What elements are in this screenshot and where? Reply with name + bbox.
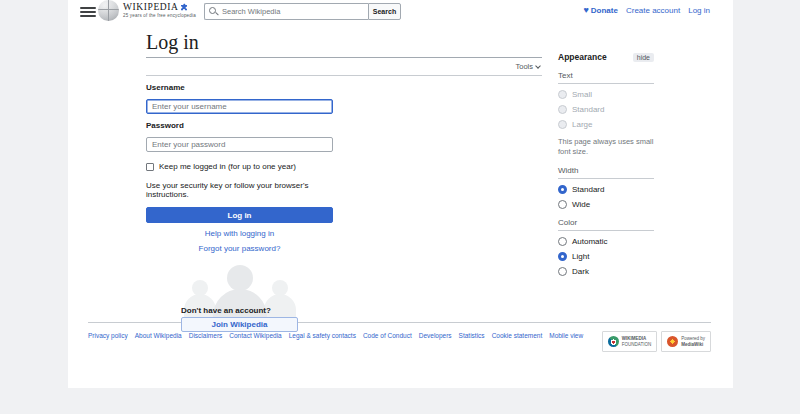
width-section-label: Width <box>558 166 654 179</box>
hamburger-icon <box>80 7 96 9</box>
main-content: Log in Tools Username Password Keep me l… <box>146 31 542 335</box>
header-user-links: ♥ Donate Create account Log in <box>583 6 710 15</box>
password-field[interactable] <box>146 137 333 152</box>
keep-logged-in-label: Keep me logged in (for up to one year) <box>159 162 296 171</box>
color-section-label: Color <box>558 218 654 231</box>
radio-icon <box>558 105 567 114</box>
appearance-hide-button[interactable]: hide <box>633 53 654 62</box>
wikimedia-foundation-badge[interactable]: WIKIMEDIA FOUNDATION <box>602 331 657 352</box>
radio-selected-icon[interactable] <box>558 252 567 261</box>
footer-link-disclaimers[interactable]: Disclaimers <box>189 332 223 339</box>
chevron-down-icon <box>535 63 541 69</box>
tools-label: Tools <box>515 62 533 71</box>
radio-icon <box>558 90 567 99</box>
tools-dropdown[interactable]: Tools <box>146 58 542 76</box>
username-label: Username <box>146 83 333 92</box>
help-logging-in-link[interactable]: Help with logging in <box>146 229 333 238</box>
color-option-dark[interactable]: Dark <box>558 267 654 276</box>
text-option-small: Small <box>558 90 654 99</box>
radio-icon[interactable] <box>558 237 567 246</box>
text-section-note: This page always uses small font size. <box>558 137 654 157</box>
footer-link-code-of-conduct[interactable]: Code of Conduct <box>363 332 412 339</box>
footer-badges: WIKIMEDIA FOUNDATION Powered by MediaWik… <box>602 331 711 352</box>
donate-link[interactable]: ♥ Donate <box>583 6 617 15</box>
join-wikipedia-button[interactable]: Join Wikipedia <box>181 317 298 332</box>
no-account-text: Don't have an account? <box>181 306 271 315</box>
footer-link-about[interactable]: About Wikipedia <box>135 332 182 339</box>
footer-link-contact[interactable]: Contact Wikipedia <box>229 332 281 339</box>
radio-icon[interactable] <box>558 267 567 276</box>
create-account-link[interactable]: Create account <box>626 6 680 15</box>
footer-link-developers[interactable]: Developers <box>419 332 452 339</box>
footer-link-legal[interactable]: Legal & safety contacts <box>289 332 356 339</box>
wikipedia-logo[interactable]: WIKIPEDIA 25 years of the free encyclope… <box>98 0 196 21</box>
text-option-standard: Standard <box>558 105 654 114</box>
powered-by-mediawiki-badge[interactable]: Powered by MediaWiki <box>661 331 711 352</box>
page-card: WIKIPEDIA 25 years of the free encyclope… <box>68 0 733 388</box>
color-option-light[interactable]: Light <box>558 252 654 261</box>
logo-tagline: 25 years of the free encyclopedia <box>123 14 196 19</box>
login-button[interactable]: Log in <box>146 207 333 223</box>
footer-link-statistics[interactable]: Statistics <box>459 332 485 339</box>
wikimedia-logo-icon <box>608 336 619 347</box>
color-option-automatic[interactable]: Automatic <box>558 237 654 246</box>
page-title: Log in <box>146 31 542 58</box>
keep-logged-in-checkbox[interactable] <box>146 163 154 171</box>
login-form: Username Password Keep me logged in (for… <box>146 83 333 335</box>
password-label: Password <box>146 121 333 130</box>
main-menu-button[interactable] <box>80 4 96 19</box>
username-field[interactable] <box>146 99 333 114</box>
footer-link-privacy[interactable]: Privacy policy <box>88 332 128 339</box>
width-option-standard[interactable]: Standard <box>558 185 654 194</box>
text-section-label: Text <box>558 71 654 84</box>
radio-icon[interactable] <box>558 200 567 209</box>
radio-selected-icon[interactable] <box>558 185 567 194</box>
search-bar: Search <box>204 3 401 20</box>
search-icon <box>209 7 218 16</box>
wikipedia-globe-icon <box>98 0 119 21</box>
radio-icon <box>558 120 567 129</box>
appearance-title: Appearance <box>558 52 607 62</box>
appearance-panel: Appearance hide Text Small Standard Larg… <box>558 52 654 276</box>
footer-link-mobile-view[interactable]: Mobile view <box>549 332 583 339</box>
puzzle-piece-icon <box>180 3 188 11</box>
keep-logged-in-row[interactable]: Keep me logged in (for up to one year) <box>146 162 333 171</box>
search-input[interactable] <box>222 7 364 16</box>
forgot-password-link[interactable]: Forgot your password? <box>146 244 333 253</box>
heart-icon: ♥ <box>583 6 588 15</box>
wikipedia-wordmark: WIKIPEDIA <box>123 3 179 13</box>
text-option-large: Large <box>558 120 654 129</box>
security-key-text: Use your security key or follow your bro… <box>146 181 333 199</box>
mediawiki-logo-icon <box>667 336 678 347</box>
width-option-wide[interactable]: Wide <box>558 200 654 209</box>
footer-link-cookie-statement[interactable]: Cookie statement <box>492 332 543 339</box>
login-link[interactable]: Log in <box>688 6 710 15</box>
search-button[interactable]: Search <box>368 3 401 20</box>
